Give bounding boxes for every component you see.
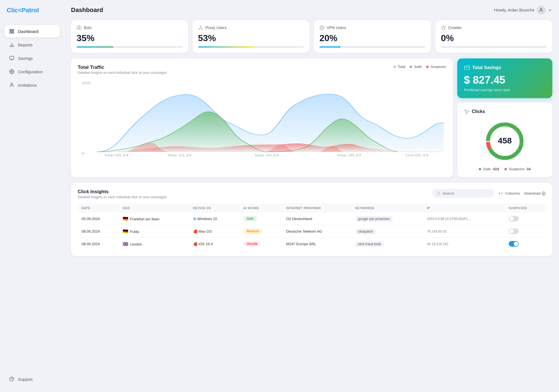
stat-card-value-crowler: 0% bbox=[441, 33, 547, 43]
download-label: Download bbox=[524, 191, 541, 195]
chart-title: Total Traffic bbox=[78, 65, 167, 70]
sidebar-bottom: Support bbox=[4, 373, 60, 385]
avatar bbox=[537, 6, 546, 15]
sidebar-item-dashboard[interactable]: Dashboard bbox=[4, 25, 60, 37]
legend-total: Total bbox=[394, 65, 406, 69]
stat-card-header-crowler: Crowler bbox=[441, 25, 547, 30]
svg-text:Sep 05,24: Sep 05,24 bbox=[104, 154, 129, 157]
stat-cards-grid: Bots 35% Proxy Users 53% bbox=[71, 20, 552, 53]
cell-score-1: Safe bbox=[239, 212, 282, 225]
table-row: 08.09.2024 🇬🇧London 🍎iOS 16.4 Unsafe M24… bbox=[78, 238, 546, 250]
safe-label: Safe bbox=[483, 167, 491, 171]
sidebar-item-savings[interactable]: Savings bbox=[4, 52, 60, 64]
susp-count: 34 bbox=[527, 167, 530, 171]
progress-fill-proxy bbox=[198, 46, 254, 48]
clicks-susp-legend: Suspicios 34 bbox=[504, 167, 530, 171]
stat-card-bots: Bots 35% bbox=[71, 20, 188, 53]
col-provider: INTERNET PROVIDER bbox=[282, 204, 351, 212]
clicks-safe-legend: Safe 424 bbox=[479, 167, 499, 171]
os-icon-2: 🍎 bbox=[193, 229, 198, 233]
svg-point-18 bbox=[80, 28, 80, 28]
svg-text:200: 200 bbox=[82, 81, 91, 85]
bots-icon bbox=[77, 25, 82, 30]
col-date[interactable]: DATE ↑ bbox=[78, 204, 119, 212]
cell-provider-1: O2 Deutschland bbox=[282, 212, 351, 225]
stat-card-value-proxy: 53% bbox=[198, 33, 304, 43]
svg-rect-0 bbox=[10, 29, 11, 31]
savings-amount: $ 827.45 bbox=[464, 74, 546, 86]
suspicious-toggle-2[interactable] bbox=[509, 228, 519, 234]
col-device-os: DEVICE OS bbox=[189, 204, 240, 212]
svg-point-22 bbox=[202, 29, 202, 30]
badge-medium-2: Medium bbox=[243, 228, 262, 234]
stat-card-title-crowler: Crowler bbox=[448, 25, 462, 30]
cell-ip-2: 78.149.65.93 bbox=[423, 225, 505, 238]
download-button[interactable]: Download bbox=[524, 191, 546, 195]
cell-toggle-2 bbox=[505, 225, 546, 238]
bookmark-icon bbox=[9, 55, 15, 61]
columns-button[interactable]: + / - Columns bbox=[498, 191, 520, 195]
chart-subtitle: Detailed insights on each individual cli… bbox=[78, 71, 167, 75]
svg-point-15 bbox=[540, 8, 542, 10]
os-icon-3: 🍎 bbox=[193, 242, 198, 246]
vpn-icon bbox=[319, 25, 324, 30]
cell-geo-2: 🇩🇪Fulda bbox=[119, 225, 189, 238]
flag-2: 🇩🇪 bbox=[123, 229, 128, 234]
sidebar-item-invitations[interactable]: Invitations bbox=[4, 79, 60, 91]
svg-rect-2 bbox=[10, 32, 11, 33]
cell-date-1: 05.09.2024 bbox=[78, 212, 119, 225]
search-box[interactable] bbox=[432, 189, 494, 198]
suspicious-toggle-1[interactable] bbox=[509, 216, 519, 221]
sidebar-item-support[interactable]: Support bbox=[4, 373, 60, 385]
chart-header: Total Traffic Detailed insights on each … bbox=[78, 65, 446, 75]
stat-card-value-vpn: 20% bbox=[319, 33, 425, 43]
main-content: Dashboard Howdy, Ardan Bousche B bbox=[64, 0, 559, 392]
donut-container: 458 Safe 424 Suspicios 34 bbox=[464, 119, 546, 171]
cell-score-2: Medium bbox=[239, 225, 282, 238]
page-header: Dashboard Howdy, Ardan Bousche bbox=[71, 6, 552, 15]
col-ai-score: AI SCORE bbox=[239, 204, 282, 212]
svg-rect-35 bbox=[465, 66, 470, 70]
logo-accent: < bbox=[18, 7, 22, 14]
settings-icon bbox=[9, 69, 15, 74]
insights-card: Click Insights Detailed insights on each… bbox=[71, 183, 552, 256]
sidebar-label-support: Support bbox=[18, 377, 33, 382]
user-menu[interactable]: Howdy, Ardan Bousche bbox=[494, 6, 553, 15]
traffic-chart-svg: 200 0 bbox=[78, 79, 446, 157]
flag-3: 🇬🇧 bbox=[123, 242, 128, 246]
search-input[interactable] bbox=[442, 191, 489, 195]
suspicious-toggle-3[interactable] bbox=[509, 241, 519, 247]
insights-actions: + / - Columns Download bbox=[498, 191, 546, 195]
legend-dot-total bbox=[394, 66, 396, 68]
progress-bar-bots bbox=[77, 46, 183, 48]
legend-label-safe: Safe bbox=[414, 65, 422, 69]
clicks-card-header: Clicks bbox=[464, 109, 546, 114]
sidebar-item-reports[interactable]: Reports bbox=[4, 39, 60, 51]
cell-os-3: 🍎iOS 16.4 bbox=[189, 238, 240, 250]
stat-card-title-bots: Bots bbox=[84, 25, 92, 30]
grid-icon bbox=[9, 29, 15, 34]
sidebar-item-configuration[interactable]: Configuration bbox=[4, 65, 60, 78]
savings-subtitle: Predicted savings since start bbox=[464, 88, 546, 92]
svg-rect-1 bbox=[12, 29, 14, 31]
sidebar-label-invitations: Invitations bbox=[18, 83, 37, 88]
svg-text:Sep 20,24: Sep 20,24 bbox=[255, 154, 279, 157]
bar-chart-icon bbox=[9, 42, 15, 48]
savings-card-title: Total Savings bbox=[472, 65, 501, 70]
proxy-icon bbox=[198, 25, 203, 30]
stat-card-proxy: Proxy Users 53% bbox=[193, 20, 310, 53]
cell-toggle-3 bbox=[505, 238, 546, 250]
svg-point-11 bbox=[11, 71, 13, 72]
legend-suspicious: Suspicios bbox=[426, 65, 446, 69]
cell-toggle-1 bbox=[505, 212, 546, 225]
cell-date-2: 08.09.2024 bbox=[78, 225, 119, 238]
stat-card-title-proxy: Proxy Users bbox=[205, 25, 227, 30]
svg-text:Oct 05,24: Oct 05,24 bbox=[406, 154, 429, 157]
cell-provider-3: M247 Europe SRL bbox=[282, 238, 351, 250]
help-circle-icon bbox=[9, 376, 15, 382]
cell-keyword-2: clickpatrol bbox=[351, 225, 423, 238]
savings-card-header: Total Savings bbox=[464, 65, 546, 71]
stat-card-vpn: VPN Users 20% bbox=[314, 20, 431, 53]
sidebar-label-configuration: Configuration bbox=[18, 69, 43, 74]
badge-safe-1: Safe bbox=[243, 216, 257, 221]
